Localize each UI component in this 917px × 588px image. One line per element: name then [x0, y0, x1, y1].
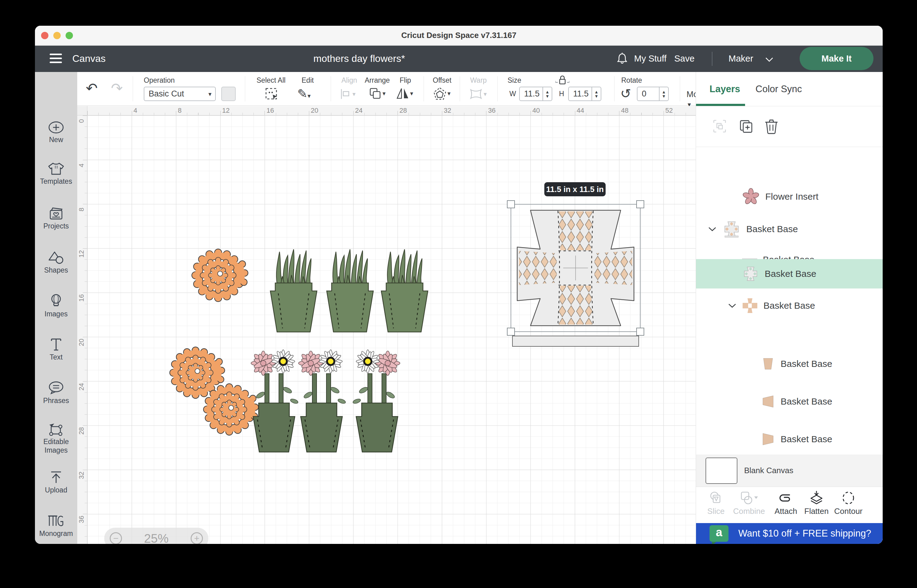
daisy-pot-2[interactable]: [297, 344, 346, 454]
collapse-chevron-icon[interactable]: [708, 227, 716, 231]
titlebar: Cricut Design Space v7.31.167: [35, 26, 883, 45]
menu-icon[interactable]: [50, 53, 62, 64]
sidebar-item-editable-images[interactable]: Editable Images: [35, 422, 77, 454]
zoom-out-button[interactable]: −: [110, 532, 122, 544]
sidebar-item-upload[interactable]: Upload: [35, 470, 77, 494]
operation-color-swatch[interactable]: [221, 87, 236, 101]
width-input[interactable]: 11.5 ▲▼: [519, 87, 552, 101]
promo-banner[interactable]: a Want $10 off + FREE shipping?: [696, 523, 883, 544]
my-stuff-link[interactable]: My Stuff: [634, 53, 667, 64]
sidebar-item-text[interactable]: Text: [35, 338, 77, 362]
daisy-pot-3[interactable]: [352, 344, 402, 454]
sidebar-item-images[interactable]: Images: [35, 293, 77, 318]
sidebar-item-new[interactable]: New: [35, 121, 77, 144]
canvas-label[interactable]: Canvas: [72, 53, 106, 64]
align-button[interactable]: ▾: [340, 88, 354, 100]
selection-bounding-box[interactable]: [510, 204, 640, 332]
grass-pot-1[interactable]: [269, 247, 319, 334]
app-header: Canvas mothers day flowers* My Stuff Sav…: [35, 46, 883, 72]
undo-button[interactable]: ↶: [86, 80, 98, 97]
zoom-in-button[interactable]: +: [191, 532, 203, 544]
duplicate-icon[interactable]: [738, 118, 754, 134]
flip-label: Flip: [400, 76, 411, 84]
ruler-v-number: 16: [78, 294, 86, 302]
toolbar-divider: [614, 76, 614, 101]
layer-row-flower-insert[interactable]: Flower Insert: [696, 182, 883, 211]
ruler-h-number: 20: [311, 107, 318, 115]
sidebar-item-shapes[interactable]: Shapes: [35, 250, 77, 275]
layer-row-basket-panel-3[interactable]: Basket Base: [696, 425, 883, 454]
width-label: W: [509, 90, 516, 98]
selection-handle-top-right[interactable]: [636, 200, 644, 208]
attach-button[interactable]: Attach: [769, 490, 803, 516]
sidebar-item-templates[interactable]: Templates: [35, 162, 77, 186]
sidebar-item-projects[interactable]: Projects: [35, 206, 77, 231]
select-all-button[interactable]: [264, 87, 279, 101]
layer-actions-row: [696, 106, 883, 147]
tab-layers[interactable]: Layers: [710, 84, 740, 95]
combine-button[interactable]: Combine: [732, 490, 766, 516]
toolbar-divider: [460, 76, 460, 101]
machine-selector[interactable]: Maker: [729, 53, 753, 64]
project-title[interactable]: mothers day flowers*: [314, 53, 405, 64]
redo-button[interactable]: ↷: [111, 80, 123, 97]
height-input[interactable]: 11.5 ▲▼: [568, 87, 601, 101]
layer-row-basket-panel-1[interactable]: Basket Base: [696, 349, 883, 378]
design-canvas[interactable]: 481216202428323640444852 048121620242832…: [77, 106, 696, 544]
blank-canvas-thumbnail: [706, 457, 737, 484]
canvas-grid[interactable]: 11.5 in x 11.5 in − 25% +: [87, 115, 696, 544]
edit-label: Edit: [301, 76, 314, 84]
notifications-bell-icon[interactable]: [615, 52, 629, 66]
delete-icon[interactable]: [764, 118, 779, 134]
zoom-window-button[interactable]: [66, 32, 73, 39]
minimize-window-button[interactable]: [53, 32, 61, 39]
flatten-icon: [809, 490, 824, 506]
layer-row-basket-panel-2[interactable]: Basket Base: [696, 387, 883, 416]
layer-row-basket-selected[interactable]: Basket Base: [696, 259, 883, 289]
warp-button[interactable]: ▾: [469, 88, 483, 100]
lock-icon[interactable]: [555, 74, 569, 87]
ruler-h-number: 4: [134, 107, 137, 115]
select-all-label: Select All: [256, 76, 286, 84]
blank-canvas-row[interactable]: Blank Canvas: [696, 454, 883, 487]
basket-group-thumbnail: [723, 220, 741, 238]
edit-button[interactable]: ✎▾: [297, 87, 311, 101]
selection-handle-top-left[interactable]: [507, 200, 515, 208]
save-link[interactable]: Save: [674, 53, 695, 64]
flatten-button[interactable]: Flatten: [800, 490, 833, 516]
chevron-down-icon[interactable]: [765, 57, 773, 62]
rotate-input[interactable]: 0 ▲▼: [637, 87, 669, 101]
panel-thumbnail-top: [761, 357, 775, 371]
height-stepper[interactable]: ▲▼: [591, 87, 601, 100]
close-window-button[interactable]: [41, 32, 49, 39]
rotate-stepper[interactable]: ▲▼: [659, 87, 668, 100]
make-it-button[interactable]: Make It: [800, 47, 873, 70]
selection-handle-bottom-right[interactable]: [636, 328, 644, 336]
width-stepper[interactable]: ▲▼: [543, 87, 552, 100]
contour-button[interactable]: Contour: [831, 490, 865, 516]
toolbar-divider: [680, 76, 680, 101]
sidebar-item-phrases[interactable]: Phrases: [35, 381, 77, 405]
grass-pot-3[interactable]: [379, 247, 430, 334]
basket-thumbnail: [742, 266, 759, 282]
ruler-v-number: 0: [78, 119, 86, 123]
toolbar-divider: [245, 76, 245, 101]
rotate-button[interactable]: ↺: [621, 86, 631, 101]
selection-handle-bottom-left[interactable]: [507, 328, 515, 336]
select-layers-icon[interactable]: [712, 118, 727, 134]
sidebar-item-monogram[interactable]: Monogram: [35, 514, 77, 538]
tab-color-sync[interactable]: Color Sync: [755, 84, 802, 95]
offset-button[interactable]: ▾: [433, 87, 447, 101]
basket-handle-strip[interactable]: [512, 336, 639, 347]
layer-row-basket-group-2[interactable]: Basket Base: [696, 291, 883, 320]
grass-pot-2[interactable]: [325, 247, 375, 334]
layer-row-basket-group-1[interactable]: Basket Base: [696, 214, 883, 244]
panel-tabs: Layers Color Sync: [696, 72, 883, 106]
daisy-pot-1[interactable]: [250, 344, 298, 454]
slice-button[interactable]: Slice: [699, 490, 733, 516]
collapse-chevron-icon[interactable]: [728, 303, 736, 308]
rolled-flower-1[interactable]: [191, 246, 250, 304]
flip-button[interactable]: ▾: [396, 87, 410, 100]
arrange-button[interactable]: ▾: [368, 87, 382, 100]
operation-dropdown[interactable]: Basic Cut ▾: [144, 87, 216, 101]
